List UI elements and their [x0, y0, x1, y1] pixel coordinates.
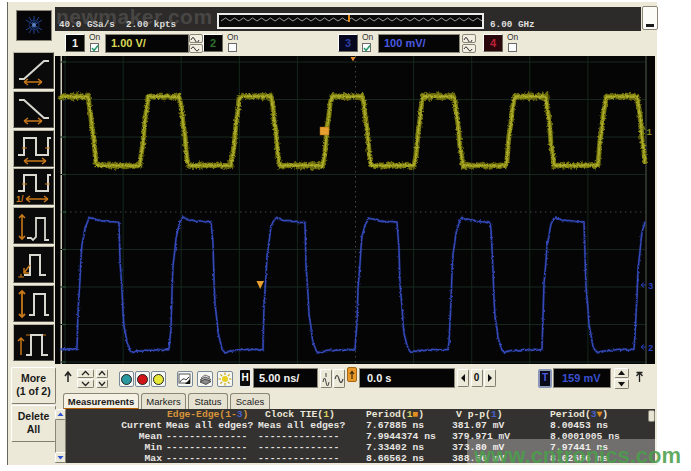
svg-text:3: 3: [648, 282, 653, 292]
svg-text:2: 2: [648, 344, 653, 354]
svg-text:1/: 1/: [16, 194, 24, 204]
svg-text:1: 1: [647, 128, 653, 138]
